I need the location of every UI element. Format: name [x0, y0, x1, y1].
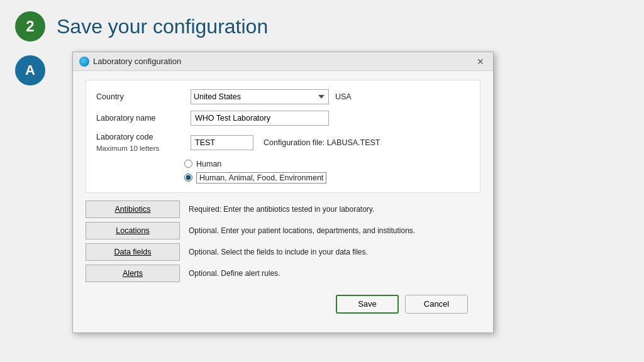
- radio-combined-row: Human, Animal, Food, Environment: [184, 172, 470, 184]
- alerts-row: Alerts Optional. Define alert rules.: [86, 265, 480, 282]
- alerts-desc: Optional. Define alert rules.: [189, 269, 280, 278]
- lab-code-label-text: Laboratory code: [96, 132, 184, 143]
- alerts-button[interactable]: Alerts: [86, 265, 180, 282]
- locations-btn-label: Locations: [116, 226, 150, 235]
- actions-section: Antibiotics Required: Enter the antibiot…: [86, 200, 480, 282]
- avatar-label: A: [25, 62, 35, 79]
- avatar: A: [15, 55, 45, 85]
- data-fields-row: Data fields Optional. Select the fields …: [86, 243, 480, 261]
- antibiotics-button[interactable]: Antibiotics: [86, 200, 180, 218]
- data-fields-desc: Optional. Select the fields to include i…: [189, 248, 368, 256]
- locations-button[interactable]: Locations: [86, 222, 180, 239]
- lab-code-label: Laboratory code Maximum 10 letters: [96, 132, 184, 153]
- radio-human-row: Human: [184, 160, 470, 168]
- dialog-title: Laboratory configuration: [93, 57, 181, 66]
- lab-code-input[interactable]: [191, 135, 253, 150]
- lab-name-row: Laboratory name: [96, 111, 470, 126]
- config-file-label: Configuration file: LABUSA.TEST: [264, 138, 380, 147]
- lab-name-label: Laboratory name: [96, 114, 184, 123]
- antibiotics-row: Antibiotics Required: Enter the antibiot…: [86, 200, 480, 218]
- country-row: Country United States USA: [96, 89, 470, 104]
- lab-code-sublabel: Maximum 10 letters: [96, 143, 184, 153]
- antibiotics-btn-label: Antibiotics: [115, 205, 151, 214]
- dialog-title-left: Laboratory configuration: [79, 57, 181, 67]
- country-abbr: USA: [335, 92, 352, 101]
- lab-config-dialog: Laboratory configuration ✕ Country Unite…: [72, 52, 494, 333]
- locations-desc: Optional. Enter your patient locations, …: [189, 226, 415, 235]
- locations-row: Locations Optional. Enter your patient l…: [86, 222, 480, 239]
- data-fields-button[interactable]: Data fields: [86, 243, 180, 261]
- globe-icon: [79, 57, 89, 67]
- cancel-button[interactable]: Cancel: [405, 295, 468, 314]
- lab-name-input[interactable]: [191, 111, 329, 126]
- radio-combined-label: Human, Animal, Food, Environment: [196, 172, 326, 184]
- step-header: 2 Save your configuration: [0, 0, 644, 48]
- form-section: Country United States USA Laboratory nam…: [86, 80, 480, 193]
- close-button[interactable]: ✕: [474, 57, 487, 67]
- alerts-btn-label: Alerts: [123, 269, 143, 278]
- lab-code-row: Laboratory code Maximum 10 letters Confi…: [96, 132, 470, 153]
- radio-combined[interactable]: [184, 173, 192, 182]
- page-title: Save your configuration: [57, 15, 268, 38]
- antibiotics-desc: Required: Enter the antibiotics tested i…: [189, 205, 374, 214]
- dialog-footer: Save Cancel: [86, 290, 480, 322]
- step-number: 2: [15, 11, 45, 41]
- country-label: Country: [96, 92, 184, 101]
- dialog-titlebar: Laboratory configuration ✕: [73, 52, 493, 71]
- country-select[interactable]: United States: [191, 89, 329, 104]
- data-fields-btn-label: Data fields: [114, 248, 151, 256]
- radio-human-label: Human: [196, 160, 221, 168]
- radio-human[interactable]: [184, 160, 192, 168]
- dialog-body: Country United States USA Laboratory nam…: [73, 71, 493, 332]
- save-button[interactable]: Save: [336, 295, 399, 314]
